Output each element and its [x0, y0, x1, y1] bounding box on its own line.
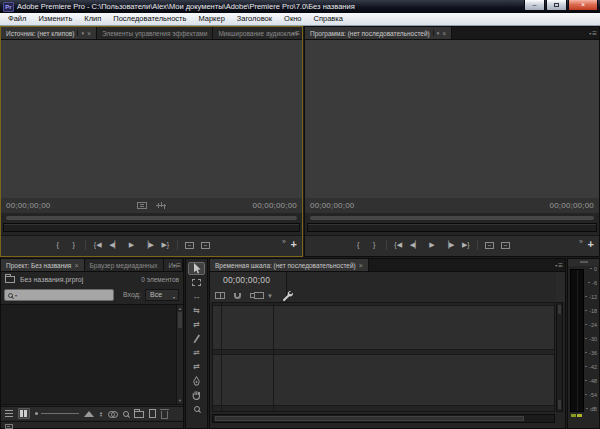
tab-program[interactable]: Программа: (нет последовательностей) ▾ ×	[305, 27, 452, 39]
tab-audio-clip-mixer[interactable]: Микширование аудиоклип	[213, 27, 302, 39]
razor-tool[interactable]	[188, 332, 205, 345]
menu-sequence[interactable]: Последовательность	[107, 13, 192, 25]
pen-tool[interactable]	[188, 374, 205, 387]
filter-dropdown[interactable]: Все ▾	[145, 289, 179, 301]
timeline-timecode[interactable]: 00;00;00;00	[223, 275, 270, 285]
step-forward-button[interactable]: ▕▶	[444, 240, 455, 250]
audio-meter-header[interactable]	[568, 259, 599, 266]
tab-source[interactable]: Источник: (нет клипов) ▾ ×	[1, 27, 97, 39]
timeline-track-area[interactable]	[212, 302, 555, 412]
scrollbar-thumb[interactable]	[215, 416, 524, 421]
lift-button[interactable]	[485, 242, 494, 249]
add-marker-icon[interactable]: ▼	[267, 293, 273, 299]
search-icon[interactable]	[123, 411, 129, 417]
tab-media-browser[interactable]: Браузер медиаданных	[85, 259, 164, 271]
track-select-tool[interactable]	[188, 276, 205, 289]
button-editor-add[interactable]: +	[588, 239, 594, 249]
clear-button[interactable]	[161, 411, 168, 419]
scrollbar-thumb[interactable]	[558, 305, 561, 314]
automate-to-sequence-button[interactable]	[84, 411, 94, 417]
play-button[interactable]: ▶	[127, 240, 136, 250]
mark-out-button[interactable]: }	[370, 240, 379, 250]
thumbnail-zoom-slider[interactable]	[35, 410, 79, 417]
find-button[interactable]	[108, 411, 118, 417]
icon-view-button[interactable]	[18, 408, 30, 419]
menu-help[interactable]: Справка	[308, 13, 349, 25]
video-track-band[interactable]	[213, 305, 554, 350]
play-button[interactable]: ▶	[428, 240, 437, 250]
menu-edit[interactable]: Изменить	[32, 13, 78, 25]
list-view-button[interactable]	[5, 410, 13, 417]
menu-title[interactable]: Заголовок	[231, 13, 278, 25]
panel-menu-icon[interactable]: ▾ ≡	[555, 259, 563, 272]
ripple-edit-tool[interactable]: ↔	[188, 290, 205, 303]
source-monitor-viewport[interactable]	[1, 40, 302, 198]
extract-button[interactable]	[501, 242, 510, 249]
scrollbar-thumb[interactable]	[558, 400, 561, 409]
scrollbar-thumb[interactable]	[178, 312, 182, 328]
menu-window[interactable]: Окно	[278, 13, 307, 25]
hand-tool[interactable]	[188, 388, 205, 401]
goto-in-button[interactable]: {◀	[394, 240, 403, 250]
panel-menu-icon[interactable]: ▾ ≡	[292, 27, 300, 40]
insert-button[interactable]	[185, 242, 194, 249]
drag-video-icon[interactable]	[137, 202, 147, 209]
selection-tool[interactable]	[188, 262, 205, 275]
zoom-tool[interactable]	[188, 402, 205, 415]
sort-icons-button[interactable]: ▲ ▼	[99, 411, 103, 417]
chevron-down-icon[interactable]: ▾	[433, 30, 440, 36]
source-seek-bar[interactable]	[3, 223, 300, 232]
linked-selection-icon[interactable]	[250, 293, 258, 298]
panel-menu-icon[interactable]: ▾ ≡	[589, 27, 597, 40]
minimize-button[interactable]: –	[524, 0, 545, 11]
project-file-name[interactable]: Без названия.prproj	[20, 276, 83, 283]
more-buttons-icon[interactable]: »	[579, 238, 583, 245]
new-item-button[interactable]	[149, 409, 156, 418]
menu-clip[interactable]: Клип	[78, 13, 107, 25]
close-icon[interactable]: ×	[442, 30, 446, 37]
menu-marker[interactable]: Маркер	[192, 13, 230, 25]
timeline-horizontal-scrollbar[interactable]	[212, 414, 555, 423]
search-input[interactable]: ▾	[4, 289, 114, 301]
button-editor-add[interactable]: +	[291, 239, 297, 249]
tab-project[interactable]: Проект: Без названия ×	[1, 259, 85, 271]
rolling-edit-tool[interactable]: ⇆	[188, 304, 205, 317]
scroll-up-icon[interactable]: ▲	[177, 306, 183, 311]
menu-file[interactable]: Файл	[2, 13, 32, 25]
project-list-scrollbar[interactable]: ▲ ▼	[176, 305, 183, 404]
nest-toggle-icon[interactable]	[215, 292, 225, 299]
mark-out-button[interactable]: }	[69, 240, 78, 250]
close-button[interactable]: ×	[568, 0, 598, 11]
program-zoom-scrollbar[interactable]	[310, 216, 594, 220]
chevron-down-icon[interactable]: ▾	[77, 30, 84, 36]
timeline-ruler[interactable]	[286, 272, 556, 302]
snap-icon[interactable]	[234, 293, 241, 299]
settings-wrench-icon[interactable]	[282, 290, 293, 301]
slip-tool[interactable]: ⇌	[188, 346, 205, 359]
chevron-down-icon[interactable]: ▾	[15, 293, 17, 298]
panel-menu-icon[interactable]: ▾ ≡	[173, 259, 181, 272]
rate-stretch-tool[interactable]: ⇄	[188, 318, 205, 331]
project-item-list[interactable]: ▲ ▼	[1, 304, 183, 405]
maximize-button[interactable]	[546, 0, 567, 11]
program-current-timecode[interactable]: 00;00;00;00	[310, 201, 354, 210]
close-icon[interactable]: ×	[87, 30, 91, 37]
overwrite-button[interactable]	[201, 242, 210, 249]
close-icon[interactable]: ×	[74, 262, 78, 269]
goto-in-button[interactable]: {◀	[93, 240, 102, 250]
goto-out-button[interactable]: ▶}	[161, 240, 170, 250]
step-back-button[interactable]: ◀▏	[109, 240, 120, 250]
step-back-button[interactable]: ◀▏	[410, 240, 421, 250]
mark-in-button[interactable]: {	[53, 240, 62, 250]
mark-in-button[interactable]: {	[354, 240, 363, 250]
more-buttons-icon[interactable]: »	[282, 238, 286, 245]
slide-tool[interactable]: ⇄	[188, 360, 205, 373]
step-forward-button[interactable]: ▕▶	[143, 240, 154, 250]
new-bin-button[interactable]	[134, 411, 144, 418]
tab-timeline[interactable]: Временная шкала: (нет последовательносте…	[210, 259, 369, 271]
scroll-down-icon[interactable]: ▼	[177, 398, 183, 403]
close-icon[interactable]: ×	[359, 262, 363, 269]
timeline-vertical-scrollbar[interactable]	[556, 302, 563, 412]
audio-track-band[interactable]	[213, 354, 554, 406]
source-zoom-scrollbar[interactable]	[6, 216, 297, 220]
